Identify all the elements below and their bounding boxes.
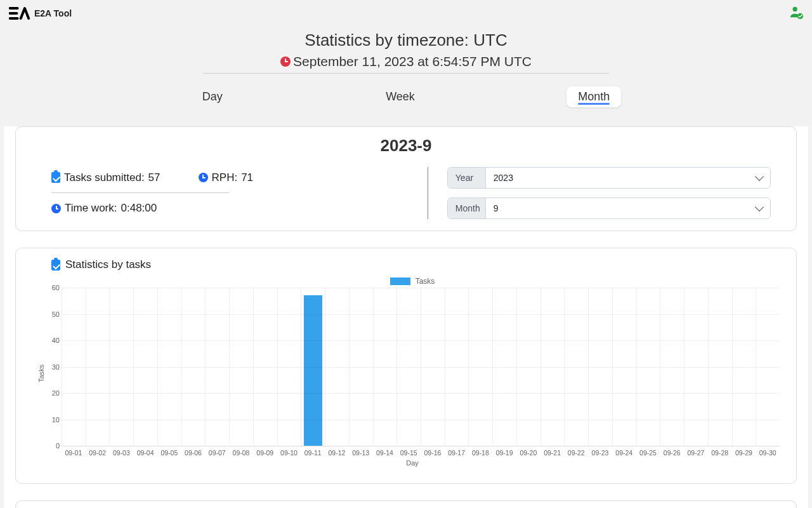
chart-x-tick: 09-14 <box>373 446 397 457</box>
chart-x-tick: 09-24 <box>612 446 636 457</box>
svg-point-0 <box>793 7 797 11</box>
vertical-divider <box>428 167 428 219</box>
clipboard-icon <box>51 260 60 271</box>
chart-x-tick: 09-03 <box>109 446 133 457</box>
year-select[interactable]: Year 2023 <box>447 167 771 189</box>
chart-x-tick: 09-04 <box>133 446 157 457</box>
chart-x-tick: 09-29 <box>732 446 756 457</box>
month-select-label: Month <box>448 198 486 218</box>
chart-x-tick: 09-13 <box>349 446 373 457</box>
chart-x-tick: 09-05 <box>157 446 181 457</box>
chart-x-tick: 09-27 <box>684 446 708 457</box>
chart-y-tick: 10 <box>44 416 60 424</box>
chart-y-tick: 30 <box>44 363 60 371</box>
chart-x-tick: 09-26 <box>660 446 684 457</box>
chart-x-tick: 09-19 <box>492 446 516 457</box>
tab-month[interactable]: Month <box>566 86 621 107</box>
period-title: 2023-9 <box>29 136 783 156</box>
stat-rph: RPH: 71 <box>199 167 254 189</box>
legend-label: Tasks <box>416 277 435 286</box>
chart-x-tick: 09-28 <box>708 446 732 457</box>
time-work-label: Time work: <box>65 202 117 215</box>
chart-x-tick: 09-02 <box>86 446 110 457</box>
chart-x-tick: 09-30 <box>756 446 780 457</box>
tab-day[interactable]: Day <box>191 86 234 107</box>
year-select-label: Year <box>448 168 486 188</box>
chart-bar <box>304 295 322 446</box>
tasks-chart-title: Statistics by tasks <box>51 258 783 271</box>
divider <box>51 192 229 194</box>
timestamp: September 11, 2023 at 6:54:57 PM UTC <box>0 54 812 69</box>
chevron-down-icon <box>755 172 764 181</box>
tasks-submitted-label: Tasks submitted: <box>64 171 145 184</box>
chart-y-tick: 40 <box>44 337 60 344</box>
chart-x-tick: 09-21 <box>540 446 565 457</box>
chart-x-tick: 09-20 <box>516 446 540 457</box>
chart-y-tick: 20 <box>44 389 60 397</box>
page-title: Statistics by timezone: UTC <box>0 30 812 50</box>
timestamp-text: September 11, 2023 at 6:54:57 PM UTC <box>293 54 532 69</box>
summary-card: 2023-9 Tasks submitted: 57 RPH: 71 <box>15 126 797 231</box>
chart-x-tick: 09-06 <box>181 446 206 457</box>
rph-value: 71 <box>241 171 253 184</box>
chart-x-tick: 09-15 <box>396 446 421 457</box>
chart-legend: Tasks <box>45 275 780 288</box>
chart-x-tick: 09-08 <box>229 446 253 457</box>
divider <box>203 73 609 74</box>
chart-x-tick: 09-16 <box>421 446 445 457</box>
tasks-chart-card: Statistics by tasks Tasks Tasks 01020304… <box>15 248 797 484</box>
user-status-icon[interactable] <box>789 5 803 22</box>
tasks-submitted-value: 57 <box>148 171 160 184</box>
tab-week[interactable]: Week <box>374 86 426 107</box>
chart-x-tick: 09-17 <box>445 446 469 457</box>
chart-x-label: Day <box>45 459 780 467</box>
legend-swatch <box>390 277 410 285</box>
chart-x-tick: 09-07 <box>205 446 229 457</box>
year-select-value: 2023 <box>494 173 513 183</box>
tasks-chart: Tasks Tasks 0102030405060 09-0109-0209-0… <box>45 275 780 472</box>
month-select[interactable]: Month 9 <box>447 197 771 219</box>
chart-x-ticks: 09-0109-0209-0309-0409-0509-0609-0709-08… <box>62 446 780 457</box>
clock-icon <box>51 204 61 213</box>
time-work-value: 0:48:00 <box>121 202 157 215</box>
stat-tasks-submitted: Tasks submitted: 57 <box>51 167 160 189</box>
tasks-chart-title-text: Statistics by tasks <box>65 258 151 271</box>
clock-icon <box>280 57 291 67</box>
chart-x-tick: 09-09 <box>253 446 277 457</box>
brand: E2A Tool <box>9 7 72 20</box>
stat-time-work: Time work: 0:48:00 <box>51 197 421 219</box>
range-tabs: Day Week Month <box>121 86 691 107</box>
brand-name: E2A Tool <box>34 8 72 18</box>
brand-logo-icon <box>9 7 30 20</box>
chart-x-tick: 09-22 <box>564 446 588 457</box>
chevron-down-icon <box>755 203 764 211</box>
month-select-value: 9 <box>494 203 499 213</box>
rph-label: RPH: <box>212 171 238 184</box>
chart-x-tick: 09-12 <box>325 446 349 457</box>
worktime-chart-card: Statistics by work time <box>15 500 797 508</box>
chart-x-tick: 09-25 <box>636 446 660 457</box>
chart-x-tick: 09-23 <box>588 446 612 457</box>
chart-y-tick: 50 <box>44 311 60 318</box>
chart-x-tick: 09-18 <box>468 446 492 457</box>
chart-y-tick: 60 <box>44 284 60 291</box>
chart-x-tick: 09-11 <box>301 446 325 457</box>
clipboard-icon <box>51 172 60 183</box>
chart-y-tick: 0 <box>44 442 60 450</box>
clock-icon <box>199 173 208 182</box>
chart-plot-area: 0102030405060 <box>62 288 780 446</box>
chart-x-tick: 09-10 <box>277 446 301 457</box>
chart-x-tick: 09-01 <box>62 446 86 457</box>
